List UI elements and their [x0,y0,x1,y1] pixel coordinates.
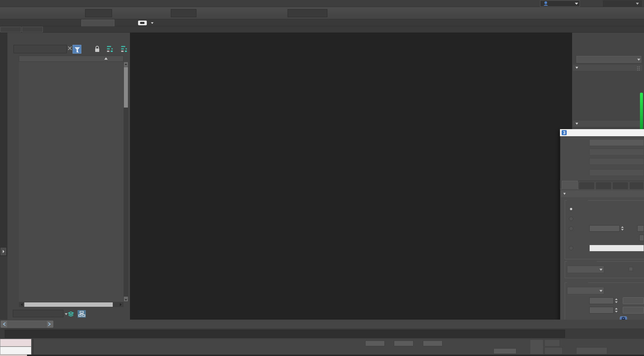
svg-text:3: 3 [563,130,565,135]
